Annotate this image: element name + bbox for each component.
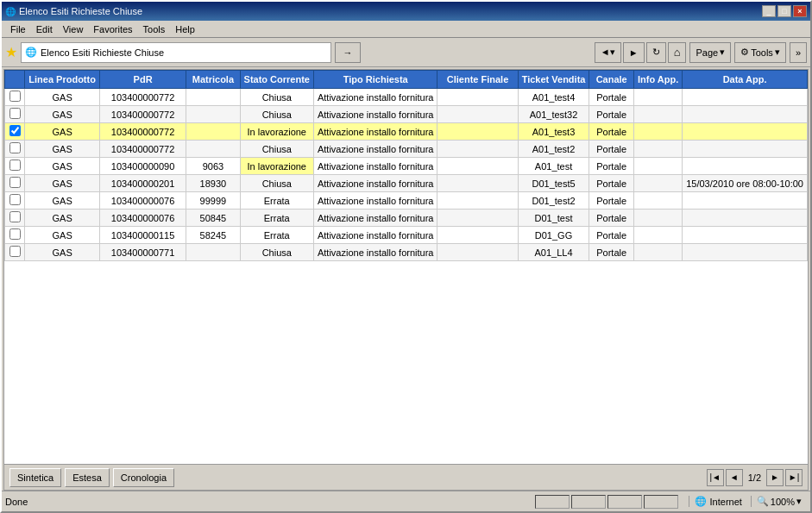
col-header-matricola: Matricola [186, 71, 240, 89]
table-row[interactable]: GAS103400000772ChiusaAttivazione install… [5, 89, 808, 106]
row-checkbox[interactable] [9, 177, 21, 188]
row-checkbox[interactable] [9, 108, 21, 119]
row-checkbox-cell[interactable] [5, 141, 25, 158]
cronologia-button[interactable]: Cronologia [113, 468, 174, 487]
cell-info [633, 123, 682, 141]
row-checkbox-cell[interactable] [5, 227, 25, 244]
page-button[interactable]: Page ▾ [689, 42, 731, 63]
first-page-button[interactable]: |◄ [707, 469, 724, 486]
status-progress-segments [535, 495, 678, 509]
cell-stato: Chiusa [240, 141, 313, 158]
cell-pdr: 103400000772 [99, 106, 186, 123]
refresh-button[interactable]: ↻ [646, 42, 666, 63]
status-zoom: 🔍 100% ▾ [751, 496, 807, 507]
row-checkbox-cell[interactable] [5, 210, 25, 227]
next-page-button[interactable]: ► [766, 469, 784, 486]
ie-content-area: Linea Prodotto PdR Matricola Stato Corre… [3, 69, 809, 491]
menu-tools[interactable]: Tools [138, 22, 171, 36]
table-wrapper: Linea Prodotto PdR Matricola Stato Corre… [4, 70, 808, 464]
sintetica-button[interactable]: Sintetica [9, 468, 61, 487]
cell-tipo: Attivazione installo fornitura [313, 227, 437, 244]
menu-bar: File Edit View Favorites Tools Help [2, 21, 810, 38]
cell-linea: GAS [25, 210, 100, 227]
table-row[interactable]: GAS10340000007699999ErrataAttivazione in… [5, 192, 808, 210]
cell-matricola: 99999 [186, 192, 240, 210]
row-checkbox[interactable] [9, 142, 21, 153]
browser-window: 🌐 Elenco Esiti Richieste Chiuse _ □ × Fi… [0, 0, 812, 513]
menu-favorites[interactable]: Favorites [88, 22, 137, 36]
go-button[interactable]: → [335, 42, 361, 63]
cell-canale: Portale [589, 192, 634, 210]
tools-button[interactable]: ⚙ Tools ▾ [734, 42, 786, 63]
row-checkbox[interactable] [9, 91, 21, 102]
status-seg-1 [535, 495, 570, 509]
table-row[interactable]: GAS103400000772In lavorazioneAttivazione… [5, 123, 808, 141]
cell-linea: GAS [25, 192, 100, 210]
row-checkbox-cell[interactable] [5, 89, 25, 106]
cell-data [683, 210, 808, 227]
expand-button[interactable]: » [790, 42, 807, 63]
row-checkbox[interactable] [9, 228, 21, 240]
cell-pdr: 103400000090 [99, 158, 186, 175]
row-checkbox-cell[interactable] [5, 175, 25, 192]
row-checkbox-cell[interactable] [5, 123, 25, 141]
table-row[interactable]: GAS10340000011558245ErrataAttivazione in… [5, 227, 808, 244]
table-row[interactable]: GAS103400000772ChiusaAttivazione install… [5, 106, 808, 123]
cell-tipo: Attivazione installo fornitura [313, 210, 437, 227]
cell-info [633, 227, 682, 244]
cell-info [633, 89, 682, 106]
cell-linea: GAS [25, 123, 100, 141]
cell-cliente [437, 123, 518, 141]
cell-ticket: A01_test2 [518, 141, 589, 158]
menu-edit[interactable]: Edit [31, 22, 58, 36]
table-row[interactable]: GAS10340000007650845ErrataAttivazione in… [5, 210, 808, 227]
table-header-row: Linea Prodotto PdR Matricola Stato Corre… [5, 71, 808, 89]
row-checkbox-cell[interactable] [5, 106, 25, 123]
cell-matricola: 18930 [186, 175, 240, 192]
cell-cliente [437, 89, 518, 106]
cell-tipo: Attivazione installo fornitura [313, 123, 437, 141]
row-checkbox-cell[interactable] [5, 244, 25, 261]
zoom-icon: 🔍 [757, 496, 769, 507]
cell-linea: GAS [25, 158, 100, 175]
menu-help[interactable]: Help [170, 22, 200, 36]
table-row[interactable]: GAS10340000020118930ChiusaAttivazione in… [5, 175, 808, 192]
menu-file[interactable]: File [5, 22, 31, 36]
home-button[interactable]: ⌂ [668, 42, 687, 63]
tools-dropdown-icon: ▾ [775, 47, 780, 58]
table-row[interactable]: GAS1034000000909063In lavorazioneAttivaz… [5, 158, 808, 175]
cell-info [633, 210, 682, 227]
row-checkbox[interactable] [9, 211, 21, 222]
cell-stato: Errata [240, 210, 313, 227]
minimize-button[interactable]: _ [762, 5, 776, 17]
last-page-button[interactable]: ►| [785, 469, 803, 486]
zoom-dropdown-icon[interactable]: ▾ [796, 496, 802, 507]
close-button[interactable]: × [793, 5, 807, 17]
pagination-controls: |◄ ◄ 1/2 ► ►| [707, 469, 803, 486]
forward-button[interactable]: ► [623, 42, 645, 63]
address-bar[interactable]: 🌐 Elenco Esiti Richieste Chiuse [21, 42, 331, 63]
cell-tipo: Attivazione installo fornitura [313, 158, 437, 175]
back-button[interactable]: ◄▾ [595, 42, 621, 63]
cell-matricola: 50845 [186, 210, 240, 227]
status-bar: Done 🌐 Internet 🔍 100% ▾ [2, 491, 810, 511]
cell-data: 15/03/2010 ore 08:00-10:00 [683, 175, 808, 192]
estesa-button[interactable]: Estesa [65, 468, 110, 487]
row-checkbox[interactable] [9, 125, 21, 136]
table-row[interactable]: GAS103400000771ChiusaAttivazione install… [5, 244, 808, 261]
row-checkbox-cell[interactable] [5, 158, 25, 175]
row-checkbox[interactable] [9, 194, 21, 205]
row-checkbox[interactable] [9, 246, 21, 257]
favorites-star-icon[interactable]: ★ [5, 44, 17, 60]
row-checkbox-cell[interactable] [5, 192, 25, 210]
menu-view[interactable]: View [58, 22, 89, 36]
prev-page-button[interactable]: ◄ [726, 469, 743, 486]
cell-stato: Chiusa [240, 244, 313, 261]
cell-cliente [437, 227, 518, 244]
row-checkbox[interactable] [9, 160, 21, 171]
bottom-bar: Sintetica Estesa Cronologia |◄ ◄ 1/2 ► ►… [4, 464, 808, 490]
status-seg-4 [644, 495, 678, 509]
cell-data [683, 227, 808, 244]
maximize-button[interactable]: □ [777, 5, 791, 17]
table-row[interactable]: GAS103400000772ChiusaAttivazione install… [5, 141, 808, 158]
